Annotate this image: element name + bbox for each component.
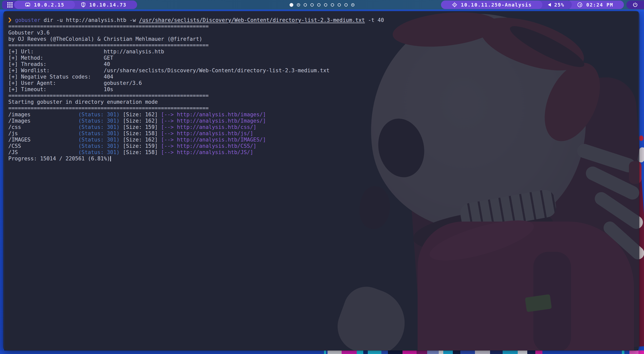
terminal-text: [Size: 162] <box>120 112 161 118</box>
terminal-text <box>12 17 15 23</box>
top-bar-left: 10.0.2.15 10.10.14.73 <box>2 1 137 9</box>
terminal-line: [+] Method: GET <box>8 55 635 61</box>
terminal-text: [+] Threads: 40 <box>8 61 110 67</box>
terminal-text: gobuster <box>15 17 41 23</box>
terminal-line: [+] Wordlist: /usr/share/seclists/Discov… <box>8 67 635 74</box>
terminal-text: /IMAGES <box>8 137 78 143</box>
terminal-text: [--> http://analysis.htb/css/] <box>161 124 256 130</box>
terminal-text: [Size: 162] <box>120 118 161 124</box>
target-pill[interactable]: 10.10.11.250-Analysis <box>441 1 542 9</box>
terminal-text: (Status: 301) <box>78 124 119 130</box>
terminal-text: [Size: 159] <box>120 143 161 149</box>
terminal-line: [+] Threads: 40 <box>8 61 635 67</box>
terminal-text: ========================================… <box>8 93 209 99</box>
terminal-line: [+] User Agent: gobuster/3.6 <box>8 80 635 86</box>
terminal-text: [Size: 162] <box>120 137 161 143</box>
workspace-dot-2[interactable] <box>297 3 300 7</box>
terminal-text: /css <box>8 124 78 130</box>
terminal-line: ========================================… <box>8 105 635 112</box>
terminal-line: [+] Negative Status codes: 404 <box>8 74 635 80</box>
workspace-dot-9[interactable] <box>344 3 348 7</box>
terminal-line: by OJ Reeves (@TheColonial) & Christian … <box>8 36 635 42</box>
terminal-line: [+] Timeout: 10s <box>8 86 635 93</box>
terminal-text: /Images <box>8 118 78 124</box>
vpn-ip-label: 10.10.14.73 <box>89 2 127 8</box>
terminal-line: ========================================… <box>8 93 635 99</box>
terminal-line: /js (Status: 301) [Size: 158] [--> http:… <box>8 130 635 137</box>
terminal-body[interactable]: gobuster dir -u http://analysis.htb -w /… <box>8 17 635 162</box>
clock-icon <box>577 2 583 8</box>
prompt-chevron-icon <box>8 18 11 22</box>
terminal-text: (Status: 301) <box>78 118 119 124</box>
terminal-text: [+] User Agent: gobuster/3.6 <box>8 80 142 86</box>
workspace-dot-7[interactable] <box>331 3 334 7</box>
terminal-text: (Status: 301) <box>78 143 119 149</box>
terminal-text: [Size: 159] <box>120 124 161 130</box>
terminal-text: Gobuster v3.6 <box>8 30 50 36</box>
terminal-text: ========================================… <box>8 105 209 111</box>
terminal-text: [--> http://analysis.htb/JS/] <box>161 149 253 155</box>
terminal-text: (Status: 301) <box>78 149 119 155</box>
workspace-dot-3[interactable] <box>304 3 307 7</box>
terminal-line: gobuster dir -u http://analysis.htb -w /… <box>8 17 635 23</box>
terminal-text: (Status: 301) <box>78 130 119 136</box>
terminal-line: /css (Status: 301) [Size: 159] [--> http… <box>8 124 635 130</box>
workspace-dot-10[interactable] <box>351 3 354 7</box>
power-button[interactable] <box>626 1 644 9</box>
terminal-line: /Images (Status: 301) [Size: 162] [--> h… <box>8 118 635 124</box>
terminal-text: [+] Wordlist: /usr/share/seclists/Discov… <box>8 67 330 74</box>
terminal-line: [+] Url: http://analysis.htb <box>8 49 635 55</box>
terminal-text: (Status: 301) <box>78 137 119 143</box>
terminal-line: /JS (Status: 301) [Size: 158] [--> http:… <box>8 149 635 156</box>
terminal-text: -t 40 <box>365 17 384 23</box>
speaker-icon <box>548 3 551 7</box>
terminal-text: [Size: 158] <box>120 149 161 155</box>
vpn-ip-pill[interactable]: 10.10.14.73 <box>65 1 137 9</box>
top-bar: 10.0.2.15 10.10.14.73 10.10.11.250-Analy… <box>0 0 644 10</box>
clock-pill[interactable]: 02:24 PM <box>566 1 624 9</box>
terminal-text: ========================================… <box>8 23 209 29</box>
top-bar-right: 10.10.11.250-Analysis 25% 02:24 PM <box>441 1 644 9</box>
terminal-text: Starting gobuster in directory enumerati… <box>8 99 158 105</box>
terminal-line: /CSS (Status: 301) [Size: 159] [--> http… <box>8 143 635 149</box>
workspace-indicator <box>290 0 354 10</box>
shield-icon <box>80 2 86 8</box>
terminal-text: [--> http://analysis.htb/images/] <box>161 112 266 118</box>
terminal-text: /js <box>8 130 78 136</box>
terminal-text: /JS <box>8 149 78 155</box>
terminal-line: Progress: 15014 / 220561 (6.81%) <box>8 156 635 162</box>
clock-label: 02:24 PM <box>586 2 613 8</box>
wallpaper-edge-detail <box>639 135 643 141</box>
workspace-dot-8[interactable] <box>338 3 341 7</box>
workspace-dot-4[interactable] <box>310 3 314 7</box>
terminal-text: dir -u http://analysis.htb -w <box>41 17 139 23</box>
terminal-line: Starting gobuster in directory enumerati… <box>8 99 635 105</box>
terminal-line: ========================================… <box>8 23 635 30</box>
terminal-text: ========================================… <box>8 42 209 48</box>
grid-icon <box>7 2 13 8</box>
terminal-text: [+] Method: GET <box>8 55 113 61</box>
terminal-text: [+] Url: http://analysis.htb <box>8 49 164 55</box>
terminal-window[interactable]: gobuster dir -u http://analysis.htb -w /… <box>3 11 639 350</box>
terminal-text: (Status: 301) <box>78 112 119 118</box>
workspace-dot-6[interactable] <box>324 3 327 7</box>
terminal-line: ========================================… <box>8 42 635 49</box>
terminal-text: [--> http://analysis.htb/js/] <box>161 130 253 136</box>
terminal-text: Progress: 15014 / 220561 (6.81%) <box>8 156 110 162</box>
ethernet-icon <box>25 2 31 8</box>
workspace-dot-1[interactable] <box>290 3 293 7</box>
wallpaper-bottom-art <box>0 350 644 354</box>
terminal-text: [+] Timeout: 10s <box>8 86 113 92</box>
power-icon <box>632 2 638 8</box>
terminal-text: [+] Negative Status codes: 404 <box>8 74 113 80</box>
terminal-text: [--> http://analysis.htb/Images/] <box>161 118 266 124</box>
terminal-line: /IMAGES (Status: 301) [Size: 162] [--> h… <box>8 137 635 143</box>
terminal-text: [--> http://analysis.htb/CSS/] <box>161 143 256 149</box>
workspace-dot-5[interactable] <box>317 3 320 7</box>
terminal-text: /CSS <box>8 143 78 149</box>
terminal-line: Gobuster v3.6 <box>8 30 635 36</box>
desktop: gobuster dir -u http://analysis.htb -w /… <box>0 0 644 354</box>
terminal-cursor <box>110 156 111 161</box>
network-ip-pill[interactable]: 10.0.2.15 <box>14 1 75 9</box>
volume-label: 25% <box>554 2 564 8</box>
